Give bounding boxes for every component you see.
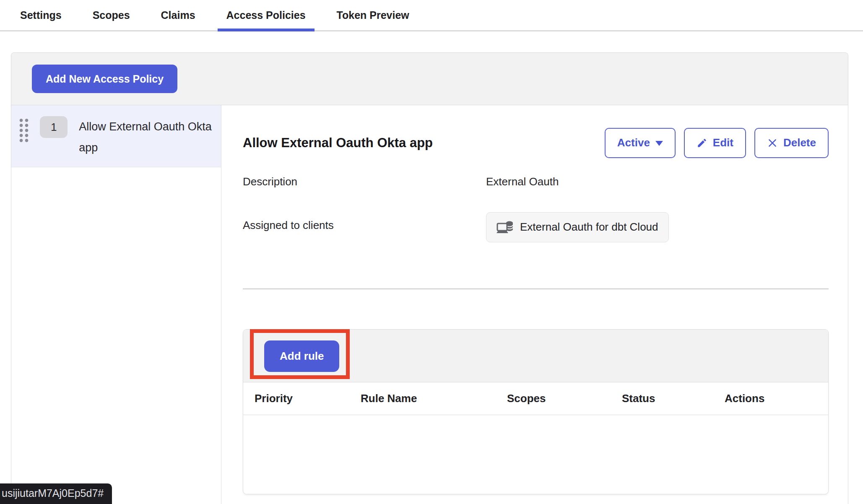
url-preview-statusbar: usijiutarM7Aj0Ep5d7# <box>0 483 112 504</box>
edit-pencil-icon <box>697 138 707 148</box>
policy-detail: Allow External Oauth Okta app Active Edi… <box>243 105 829 494</box>
tab-scopes[interactable]: Scopes <box>84 0 139 30</box>
rules-table-empty-body <box>243 415 828 494</box>
edit-button-label: Edit <box>713 136 733 149</box>
rules-toolbar: Add rule <box>243 330 828 382</box>
column-header-status: Status <box>622 392 725 405</box>
assigned-clients-row: Assigned to clients External Oauth for d… <box>243 212 829 242</box>
policy-priority-badge: 1 <box>40 116 68 138</box>
description-label: Description <box>243 175 486 188</box>
policies-toolbar: Add New Access Policy <box>11 53 848 105</box>
delete-button-label: Delete <box>783 136 816 149</box>
tab-claims[interactable]: Claims <box>152 0 204 30</box>
access-policies-panel: Add New Access Policy 1 Allow External O… <box>11 52 848 504</box>
column-header-scopes: Scopes <box>507 392 622 405</box>
delete-policy-button[interactable]: Delete <box>754 128 829 158</box>
edit-policy-button[interactable]: Edit <box>684 128 746 158</box>
tab-settings[interactable]: Settings <box>11 0 70 30</box>
rules-table-header: Priority Rule Name Scopes Status Actions <box>243 382 828 415</box>
column-header-actions: Actions <box>725 392 828 405</box>
description-value: External Oauth <box>486 175 559 188</box>
add-rule-button[interactable]: Add rule <box>264 340 339 372</box>
drag-handle-icon[interactable] <box>18 118 29 143</box>
client-chip-label: External Oauth for dbt Cloud <box>520 221 658 234</box>
policy-actions: Active Edit Delete <box>605 128 829 158</box>
tab-access-policies[interactable]: Access Policies <box>218 0 315 30</box>
policy-detail-header: Allow External Oauth Okta app Active Edi… <box>243 127 829 159</box>
policy-list-item[interactable]: 1 Allow External Oauth Okta app <box>11 105 221 167</box>
policy-title: Allow External Oauth Okta app <box>243 135 605 151</box>
delete-x-icon <box>767 138 778 148</box>
assigned-clients-label: Assigned to clients <box>243 212 486 232</box>
tab-token-preview[interactable]: Token Preview <box>328 0 418 30</box>
column-header-priority: Priority <box>243 392 361 405</box>
client-chip: External Oauth for dbt Cloud <box>486 212 669 242</box>
rules-card: Add rule Priority Rule Name Scopes Statu… <box>243 329 829 494</box>
chevron-down-icon <box>655 141 663 146</box>
add-new-access-policy-button[interactable]: Add New Access Policy <box>32 65 177 93</box>
policy-list-sidebar: 1 Allow External Oauth Okta app <box>11 105 221 504</box>
client-device-icon <box>496 220 514 234</box>
tabs-bar: Settings Scopes Claims Access Policies T… <box>0 0 863 31</box>
section-divider <box>243 288 829 289</box>
column-header-rule-name: Rule Name <box>361 392 507 405</box>
description-row: Description External Oauth <box>243 175 829 188</box>
status-dropdown-label: Active <box>617 136 650 149</box>
status-dropdown-button[interactable]: Active <box>605 128 676 158</box>
policy-list-item-label: Allow External Oauth Okta app <box>79 116 221 158</box>
